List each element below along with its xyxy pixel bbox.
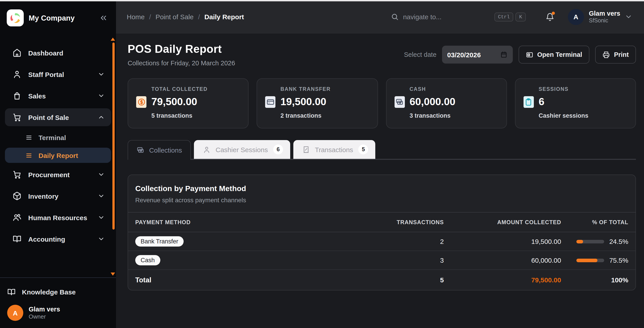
sidebar-item-label: Inventory [28, 192, 58, 200]
search-placeholder: navigate to... [403, 13, 442, 20]
company-logo[interactable] [7, 9, 24, 26]
sidebar-subitem-label: Daily Report [38, 151, 78, 159]
sidebar-item-point-of-sale[interactable]: Point of Sale [5, 108, 111, 126]
sidebar-scrollbar-thumb[interactable] [112, 42, 115, 230]
tab-label: Transactions [315, 146, 353, 153]
clipboard-icon [524, 96, 534, 108]
report-tabs: Collections Cashier Sessions 6 Transacti… [128, 140, 636, 160]
sidebar-item-label: Staff Portal [28, 70, 64, 78]
scroll-up-arrow[interactable] [110, 37, 115, 41]
panel-title: Collection by Payment Method [135, 184, 628, 193]
method-badge: Bank Transfer [135, 236, 184, 247]
print-button[interactable]: Print [595, 46, 636, 63]
circle-dollar-icon [136, 96, 146, 108]
sidebar-item-dashboard[interactable]: Dashboard [5, 44, 111, 62]
chevron-down-icon [98, 214, 105, 221]
sidebar-item-accounting[interactable]: Accounting [5, 230, 111, 248]
total-percent: 100% [561, 276, 628, 284]
tab-label: Collections [149, 146, 182, 154]
sidebar-item-inventory[interactable]: Inventory [5, 187, 111, 205]
stat-sub: Cashier sessions [539, 112, 628, 119]
swirl-logo-icon [9, 12, 21, 24]
top-edge-strip [0, 0, 644, 1]
banknotes-icon [136, 146, 144, 154]
avatar: A [7, 305, 23, 321]
tab-cashier-sessions[interactable]: Cashier Sessions 6 [194, 140, 290, 159]
user-icon [12, 70, 22, 79]
sidebar-profile[interactable]: A Glam vers Owner [7, 305, 109, 321]
sidebar-collapse-button[interactable] [99, 13, 108, 22]
stat-sub: 5 transactions [151, 112, 241, 119]
credit-card-icon [265, 96, 276, 108]
open-terminal-button[interactable]: Open Terminal [518, 46, 589, 63]
cell-transactions: 3 [345, 256, 444, 264]
col-transactions: TRANSACTIONS [345, 219, 444, 225]
table-total-row: Total 5 79,500.00 100% [128, 270, 636, 290]
sidebar-header: My Company [0, 0, 116, 36]
banknotes-icon [394, 96, 405, 108]
users-icon [12, 213, 22, 222]
stat-card-sessions: SESSIONS 6 Cashier sessions [515, 78, 636, 128]
chevron-down-icon [98, 92, 105, 99]
sidebar-item-sales[interactable]: Sales [5, 87, 111, 105]
chevron-up-icon [98, 114, 105, 121]
menu-icon [26, 152, 32, 159]
sidebar-subitem-label: Terminal [38, 134, 66, 141]
main-area: Home / Point of Sale / Daily Report navi… [116, 0, 644, 328]
stat-value: 60,000.00 [410, 96, 456, 108]
sidebar-subitem-daily-report[interactable]: Daily Report [5, 148, 111, 163]
sidebar-item-label: Sales [28, 92, 46, 100]
notifications-button[interactable] [546, 12, 554, 21]
user-menu[interactable]: A Glam vers SfSonic [568, 9, 632, 25]
collection-panel: Collection by Payment Method Revenue spl… [128, 175, 636, 291]
stat-card-total-collected: TOTAL COLLECTED 79,500.00 5 transactions [128, 78, 249, 128]
cell-amount: 19,500.00 [444, 238, 561, 245]
table-row[interactable]: Bank Transfer 2 19,500.00 24.5% [128, 232, 636, 251]
sidebar-item-label: Human Resources [28, 214, 87, 221]
date-input[interactable]: 03/20/2026 [442, 46, 512, 63]
open-terminal-label: Open Terminal [537, 51, 582, 58]
total-amount: 79,500.00 [444, 276, 561, 284]
stat-sub: 2 transactions [280, 112, 370, 119]
chevron-down-icon [98, 192, 105, 200]
stat-card-cash: CASH 60,000.00 3 transactions [386, 78, 507, 128]
notification-dot [552, 11, 555, 14]
percent-bar [576, 240, 604, 243]
home-icon [12, 48, 22, 57]
shopping-cart-icon [12, 113, 22, 122]
stat-cards: TOTAL COLLECTED 79,500.00 5 transactions [128, 78, 636, 128]
sidebar-footer: Knowledge Base A Glam vers Owner [0, 278, 116, 328]
sidebar-item-procurement[interactable]: Procurement [5, 166, 111, 183]
kbd-ctrl: Ctrl [494, 12, 514, 21]
sidebar-item-label: Dashboard [28, 49, 63, 57]
search-shortcut: Ctrl K [494, 12, 526, 21]
cell-amount: 60,000.00 [444, 256, 561, 264]
global-search[interactable]: navigate to... [391, 13, 442, 20]
sidebar-item-label: Point of Sale [28, 113, 69, 121]
table-row[interactable]: Cash 3 60,000.00 75.5% [128, 251, 636, 270]
scroll-down-arrow[interactable] [110, 273, 115, 276]
sidebar-item-human-resources[interactable]: Human Resources [5, 209, 111, 226]
breadcrumb-home[interactable]: Home [127, 13, 145, 20]
tab-transactions[interactable]: Transactions 5 [293, 140, 376, 159]
col-payment-method: PAYMENT METHOD [135, 219, 345, 225]
sidebar-item-staff-portal[interactable]: Staff Portal [5, 65, 111, 83]
shopping-cart-icon [12, 170, 22, 179]
sidebar-nav: Dashboard Staff Portal Sales [0, 36, 116, 278]
calendar-icon[interactable] [500, 51, 507, 58]
sidebar-subitem-terminal[interactable]: Terminal [5, 130, 111, 145]
user-icon [203, 146, 211, 153]
sidebar-item-knowledge-base[interactable]: Knowledge Base [7, 284, 109, 299]
receipt-icon [302, 146, 310, 153]
print-label: Print [614, 51, 629, 58]
avatar: A [568, 9, 584, 25]
shopping-bag-icon [12, 91, 22, 100]
stat-value: 19,500.00 [280, 96, 326, 108]
stat-value: 79,500.00 [151, 96, 197, 108]
percent-text: 24.5% [608, 238, 628, 245]
sidebar-item-label: Procurement [28, 171, 70, 178]
breadcrumb-point-of-sale[interactable]: Point of Sale [156, 13, 194, 20]
cell-transactions: 2 [345, 238, 444, 245]
search-icon [391, 13, 398, 20]
tab-collections[interactable]: Collections [128, 140, 191, 160]
